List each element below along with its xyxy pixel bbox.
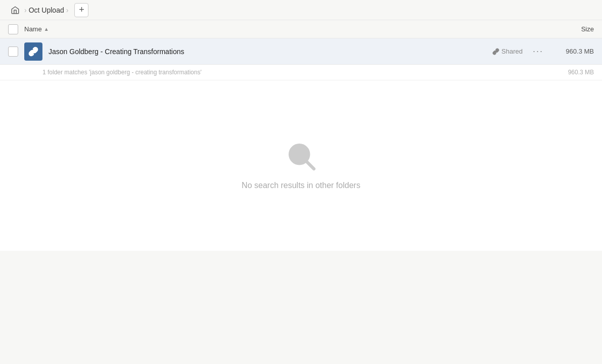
no-results-icon <box>286 141 316 173</box>
breadcrumb-folder[interactable]: Oct Upload <box>29 6 64 14</box>
file-size: 960.3 MB <box>553 48 594 55</box>
summary-row: 1 folder matches 'jason goldberg - creat… <box>0 65 602 80</box>
summary-text: 1 folder matches 'jason goldberg - creat… <box>8 69 553 76</box>
column-headers: Name ▲ Size <box>0 20 602 38</box>
breadcrumb-bar: › Oct Upload › + <box>0 0 602 20</box>
name-column-header[interactable]: Name ▲ <box>24 25 553 33</box>
svg-line-1 <box>307 162 314 169</box>
row-checkbox[interactable] <box>8 47 18 57</box>
sort-arrow-icon: ▲ <box>44 26 49 32</box>
shared-label: Shared <box>501 48 523 55</box>
empty-state: No search results in other folders <box>0 80 602 251</box>
select-all-checkbox[interactable] <box>8 24 18 34</box>
file-icon <box>24 42 42 61</box>
file-name: Jason Goldberg - Creating Transformation… <box>49 48 492 56</box>
size-column-header[interactable]: Size <box>553 25 594 33</box>
home-button[interactable] <box>8 3 22 17</box>
summary-size: 960.3 MB <box>553 69 594 76</box>
file-row[interactable]: Jason Goldberg - Creating Transformation… <box>0 38 602 65</box>
add-button[interactable]: + <box>74 3 88 17</box>
more-options-button[interactable]: ··· <box>529 44 547 59</box>
breadcrumb-chevron-2: › <box>66 6 69 14</box>
breadcrumb-chevron-1: › <box>24 6 27 14</box>
content-area: Jason Goldberg - Creating Transformation… <box>0 38 602 251</box>
shared-badge: Shared <box>492 48 523 55</box>
no-results-text: No search results in other folders <box>242 181 360 190</box>
